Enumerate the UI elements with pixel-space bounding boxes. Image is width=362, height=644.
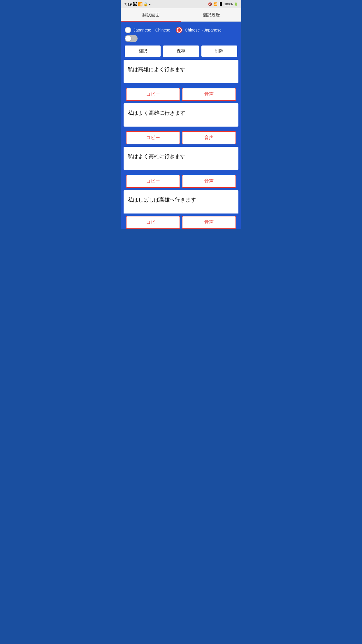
translation-text-1: 私は高雄によく行きます: [124, 60, 238, 83]
tab-translate[interactable]: 翻訳画面: [121, 8, 181, 21]
action-buttons: 翻訳 保存 削除: [124, 44, 238, 60]
audio-button-2[interactable]: 音声: [182, 131, 236, 144]
radio-circle-jp-cn: [125, 27, 131, 33]
radio-japanese-chinese[interactable]: Japanese→Chinese: [125, 27, 170, 33]
card-buttons-1: コピー 音声: [124, 85, 238, 103]
copy-button-4[interactable]: コピー: [126, 216, 180, 229]
status-right: 🔇 📶 ▐▌ 100% 🔋: [208, 2, 238, 6]
translation-text-4: 私はしばしば高雄へ行きます: [124, 190, 238, 214]
radio-circle-cn-jp: [176, 27, 182, 33]
wifi-icon: 📶: [213, 2, 217, 6]
translation-card-1: 私は高雄によく行きます: [124, 60, 238, 83]
status-left: 7:19 🖼 📶 🔒 •: [124, 2, 150, 6]
time: 7:19: [124, 2, 132, 6]
translation-card-2: 私はよく高雄に行きます。: [124, 103, 238, 127]
toggle-row: [124, 34, 238, 44]
radio-chinese-japanese[interactable]: Chinese→Japanese: [176, 27, 222, 33]
phone-container: 7:19 🖼 📶 🔒 • 🔇 📶 ▐▌ 100% 🔋 翻訳画面 翻訳履歴 Jap…: [121, 0, 241, 229]
radio-row: Japanese→Chinese Chinese→Japanese: [124, 24, 238, 34]
copy-button-1[interactable]: コピー: [126, 88, 180, 101]
battery-icon: 🔋: [234, 2, 238, 6]
card-buttons-4: コピー 音声: [124, 214, 238, 229]
signal-icon: ▐▌: [219, 2, 223, 6]
status-bar: 7:19 🖼 📶 🔒 • 🔇 📶 ▐▌ 100% 🔋: [121, 0, 241, 8]
audio-button-3[interactable]: 音声: [182, 175, 236, 188]
toggle-switch[interactable]: [125, 35, 138, 42]
delete-button[interactable]: 削除: [201, 46, 237, 57]
notification-icons: 🖼 📶 🔒 •: [133, 2, 150, 6]
translate-button[interactable]: 翻訳: [125, 46, 161, 57]
toggle-knob: [125, 36, 131, 41]
card-buttons-3: コピー 音声: [124, 172, 238, 190]
translation-card-4: 私はしばしば高雄へ行きます: [124, 190, 238, 214]
save-button[interactable]: 保存: [163, 46, 199, 57]
translation-text-3: 私はよく高雄に行きます: [124, 147, 238, 170]
tab-history[interactable]: 翻訳履歴: [181, 8, 241, 21]
copy-button-3[interactable]: コピー: [126, 175, 180, 188]
mute-icon: 🔇: [208, 2, 212, 6]
battery-text: 100%: [224, 2, 233, 6]
tab-bar: 翻訳画面 翻訳履歴: [121, 8, 241, 22]
audio-button-4[interactable]: 音声: [182, 216, 236, 229]
radio-label-jp-cn: Japanese→Chinese: [133, 28, 170, 32]
audio-button-1[interactable]: 音声: [182, 88, 236, 101]
card-buttons-2: コピー 音声: [124, 129, 238, 147]
copy-button-2[interactable]: コピー: [126, 131, 180, 144]
translation-text-2: 私はよく高雄に行きます。: [124, 103, 238, 127]
radio-label-cn-jp: Chinese→Japanese: [185, 28, 222, 32]
translation-card-3: 私はよく高雄に行きます: [124, 147, 238, 170]
app-body: Japanese→Chinese Chinese→Japanese 翻訳 保存 …: [121, 22, 241, 229]
